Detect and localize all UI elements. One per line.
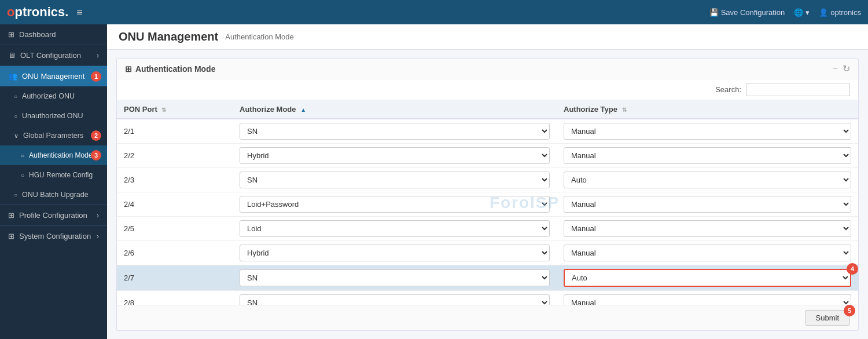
sidebar-label-profile: Profile Configuration [19, 211, 87, 220]
auth-mode-select[interactable]: SNHybridLoidLoid+PasswordMAC [240, 294, 550, 305]
language-selector[interactable]: 🌐 ▾ [794, 8, 810, 17]
sidebar-label-hgu: HGU Remote Config [29, 171, 93, 179]
card-actions: − ↻ [833, 63, 850, 74]
submit-button[interactable]: Submit 5 [805, 310, 850, 326]
cell-auth-type: ManualAuto [557, 168, 858, 192]
table-row: 2/2SNHybridLoidLoid+PasswordMACManualAut… [117, 144, 858, 168]
user-icon: 👤 [819, 8, 828, 17]
auth-type-select[interactable]: ManualAuto [564, 220, 851, 237]
cell-pon-port: 2/3 [117, 168, 233, 192]
th-authorize-type[interactable]: Authorize Type ⇅ [557, 100, 858, 119]
circle-icon: ○ [14, 93, 17, 100]
cell-auth-type: ManualAuto [557, 241, 858, 265]
page-subtitle: Authentication Mode [225, 32, 294, 41]
sidebar-section-onu: 👥 ONU Management 1 ○ Authorized ONU ○ Un… [0, 65, 107, 205]
auth-type-select[interactable]: ManualAuto [564, 294, 851, 305]
topnav-left: optronics. ≡ [7, 5, 83, 20]
save-config-button[interactable]: 💾 Save Configuration [709, 8, 785, 17]
auth-type-select[interactable]: ManualAuto [564, 245, 851, 261]
chevron-right-icon: › [97, 52, 99, 60]
sidebar-item-system-config[interactable]: ⊞ System Configuration › [0, 226, 107, 246]
auth-type-select[interactable]: ManualAuto [564, 196, 851, 213]
topnav-right: 💾 Save Configuration 🌐 ▾ 👤 optronics [709, 8, 861, 17]
dashboard-icon: ⊞ [8, 30, 14, 39]
hamburger-icon[interactable]: ≡ [76, 6, 83, 19]
sidebar-item-profile-config[interactable]: ⊞ Profile Configuration › [0, 205, 107, 225]
cell-auth-mode: SNHybridLoidLoid+PasswordMAC [233, 291, 557, 305]
cell-pon-port: 2/5 [117, 217, 233, 241]
sidebar-label-onu: ONU Management [22, 72, 84, 81]
auth-mode-select[interactable]: SNHybridLoidLoid+PasswordMAC [240, 123, 550, 140]
sidebar-item-dashboard[interactable]: ⊞ Dashboard [0, 24, 107, 45]
auth-mode-select[interactable]: SNHybridLoidLoid+PasswordMAC [240, 147, 550, 164]
auth-mode-select[interactable]: SNHybridLoidLoid+PasswordMAC [240, 196, 550, 213]
sidebar-item-hgu-remote-config[interactable]: ○ HGU Remote Config [0, 165, 107, 185]
sidebar-item-unauthorized-onu[interactable]: ○ Unauthorized ONU [0, 106, 107, 126]
submit-badge: 5 [844, 305, 855, 316]
top-nav: optronics. ≡ 💾 Save Configuration 🌐 ▾ 👤 … [0, 0, 868, 24]
circle-icon2: ○ [14, 113, 17, 119]
onu-badge: 1 [91, 71, 101, 82]
expand-icon: ∨ [14, 132, 19, 140]
logo-icon: optronics. [7, 5, 68, 20]
auth-type-select[interactable]: ManualAuto [564, 147, 851, 164]
auth-mode-select[interactable]: SNHybridLoidLoid+PasswordMAC [240, 269, 550, 286]
globe-icon: 🌐 [794, 8, 803, 17]
th-authorize-mode[interactable]: Authorize Mode ▲ [233, 100, 557, 119]
search-input[interactable] [746, 83, 850, 96]
auth-type-select[interactable]: ManualAuto [564, 269, 851, 287]
sidebar-item-global-parameters[interactable]: ∨ Global Parameters 2 [0, 126, 107, 145]
cell-auth-mode: SNHybridLoidLoid+PasswordMAC [233, 265, 557, 291]
sidebar-item-olt-config[interactable]: 🖥 OLT Configuration › [0, 45, 107, 65]
table-row: 2/5SNHybridLoidLoid+PasswordMACManualAut… [117, 217, 858, 241]
sidebar-item-onu-management[interactable]: 👥 ONU Management 1 [0, 66, 107, 86]
cell-auth-mode: SNHybridLoidLoid+PasswordMAC [233, 119, 557, 144]
sidebar-label-authorized-onu: Authorized ONU [22, 92, 75, 100]
minimize-button[interactable]: − [833, 63, 838, 74]
auth-mode-select[interactable]: SNHybridLoidLoid+PasswordMAC [240, 172, 550, 188]
sidebar-item-authorized-onu[interactable]: ○ Authorized ONU [0, 86, 107, 106]
auth-mode-table: PON Port ⇅ Authorize Mode ▲ Authorize Ty… [117, 100, 858, 305]
th-pon-port[interactable]: PON Port ⇅ [117, 100, 233, 119]
cell-auth-type: ManualAuto [557, 144, 858, 168]
card-title-text: Authentication Mode [135, 64, 215, 74]
card-title: ⊞ Authentication Mode [125, 64, 215, 74]
sidebar-item-authentication-mode[interactable]: ○ Authentication Mode 3 [0, 145, 107, 165]
table-row: 2/4SNHybridLoidLoid+PasswordMACManualAut… [117, 192, 858, 217]
auth-type-select[interactable]: ManualAuto [564, 172, 851, 188]
sidebar-item-onu-batch-upgrade[interactable]: ○ ONU Batch Upgrade [0, 185, 107, 205]
sort-pon-icon: ⇅ [161, 107, 166, 113]
cell-auth-mode: SNHybridLoidLoid+PasswordMAC [233, 192, 557, 217]
refresh-button[interactable]: ↻ [843, 63, 850, 74]
sidebar: ⊞ Dashboard 🖥 OLT Configuration › 👥 ONU … [0, 24, 107, 339]
logo-o: o [7, 5, 14, 19]
user-menu[interactable]: 👤 optronics [819, 8, 861, 17]
logo-tronics: ptronics. [14, 5, 68, 19]
table-row: 2/1SNHybridLoidLoid+PasswordMACManualAut… [117, 119, 858, 144]
cell-pon-port: 2/7 [117, 265, 233, 291]
submit-label: Submit [816, 314, 839, 322]
table-row: 2/6SNHybridLoidLoid+PasswordMACManualAut… [117, 241, 858, 265]
chevron-right-icon3: › [97, 232, 99, 240]
auth-mode-select[interactable]: SNHybridLoidLoid+PasswordMAC [240, 245, 550, 261]
table-row: 2/7SNHybridLoidLoid+PasswordMACManualAut… [117, 265, 858, 291]
table-icon: ⊞ [125, 64, 132, 74]
cell-auth-mode: SNHybridLoidLoid+PasswordMAC [233, 168, 557, 192]
olt-icon: 🖥 [8, 51, 16, 60]
table-row: 2/3SNHybridLoidLoid+PasswordMACManualAut… [117, 168, 858, 192]
cell-pon-port: 2/1 [117, 119, 233, 144]
onu-icon: 👥 [8, 72, 17, 81]
sort-type-icon: ⇅ [622, 107, 627, 113]
sidebar-section-profile: ⊞ Profile Configuration › [0, 205, 107, 225]
sidebar-section-system: ⊞ System Configuration › [0, 225, 107, 246]
cell-auth-type: ManualAuto4 [557, 265, 858, 291]
system-icon: ⊞ [8, 232, 14, 240]
sidebar-label-auth-mode: Authentication Mode [29, 151, 92, 159]
auth-type-select[interactable]: ManualAuto [564, 123, 851, 140]
auth-mode-select[interactable]: SNHybridLoidLoid+PasswordMAC [240, 220, 550, 237]
row-badge: 4 [847, 263, 858, 275]
search-bar: Search: [117, 79, 858, 100]
pon-port-label: PON Port [124, 105, 157, 114]
card-header: ⊞ Authentication Mode − ↻ [117, 59, 858, 79]
cell-auth-type: ManualAuto [557, 119, 858, 144]
